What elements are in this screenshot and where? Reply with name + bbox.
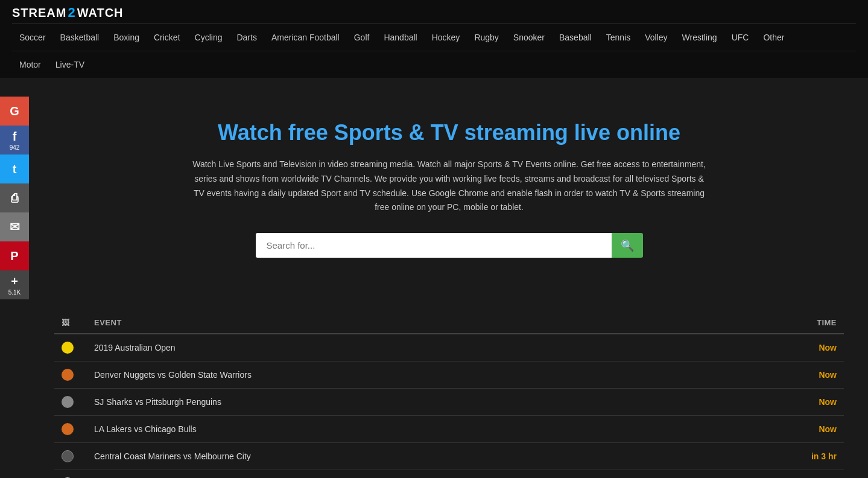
image-icon: 🖼 xyxy=(62,318,70,327)
col-icon-header: 🖼 xyxy=(54,312,87,334)
event-name: 2019 Abu Dhabi Golf Championship xyxy=(87,470,702,478)
nav-item-ufc[interactable]: UFC xyxy=(724,24,756,51)
event-name: Denver Nuggets vs Golden State Warriors xyxy=(87,362,702,389)
event-icon xyxy=(62,369,74,381)
social-print-btn[interactable]: ⎙ xyxy=(0,183,29,212)
events-tbody: 2019 Australian OpenNowDenver Nuggets vs… xyxy=(54,334,844,478)
social-twitter-btn[interactable]: t xyxy=(0,155,29,183)
table-row[interactable]: Central Coast Mariners vs Melbourne City… xyxy=(54,443,844,470)
nav-item-american-football[interactable]: American Football xyxy=(264,24,347,51)
logo-icon: 2 xyxy=(68,5,75,20)
search-container: 🔍 xyxy=(66,233,832,258)
nav-item-golf[interactable]: Golf xyxy=(347,24,377,51)
print-icon: ⎙ xyxy=(11,191,18,205)
event-icon-cell xyxy=(54,416,87,443)
event-icon-cell xyxy=(54,389,87,416)
social-add-btn[interactable]: + 5.1K xyxy=(0,270,29,299)
hero-title: Watch free Sports & TV streaming live on… xyxy=(66,120,832,145)
event-icon-cell xyxy=(54,470,87,478)
nav-item-live-tv[interactable]: Live-TV xyxy=(48,51,92,78)
nav-secondary: MotorLive-TV xyxy=(12,51,856,78)
event-name: 2019 Australian Open xyxy=(87,334,702,362)
table-row[interactable]: 2019 Abu Dhabi Golf Championshipin 4 hr xyxy=(54,470,844,478)
logo[interactable]: STREAM2WATCH xyxy=(12,5,124,21)
search-input[interactable] xyxy=(256,233,612,258)
event-time: Now xyxy=(702,334,844,362)
event-icon xyxy=(62,396,74,408)
event-icon xyxy=(62,450,74,462)
table-row[interactable]: 2019 Australian OpenNow xyxy=(54,334,844,362)
logo-watch: WATCH xyxy=(77,6,124,19)
event-time: Now xyxy=(702,362,844,389)
twitter-icon: t xyxy=(13,162,17,176)
event-time: in 4 hr xyxy=(702,470,844,478)
event-icon-cell xyxy=(54,362,87,389)
event-icon-cell xyxy=(54,334,87,362)
nav-item-soccer[interactable]: Soccer xyxy=(12,24,53,51)
event-icon-cell xyxy=(54,443,87,470)
event-time: Now xyxy=(702,389,844,416)
event-icon xyxy=(62,423,74,435)
table-row[interactable]: Denver Nuggets vs Golden State WarriorsN… xyxy=(54,362,844,389)
nav-item-basketball[interactable]: Basketball xyxy=(53,24,107,51)
col-time-header: TIME xyxy=(702,312,844,334)
nav-item-wrestling[interactable]: Wrestling xyxy=(675,24,724,51)
table-row[interactable]: SJ Sharks vs Pittsburgh PenguinsNow xyxy=(54,389,844,416)
event-time: in 3 hr xyxy=(702,443,844,470)
social-email-btn[interactable]: ✉ xyxy=(0,212,29,241)
nav-item-hockey[interactable]: Hockey xyxy=(425,24,467,51)
event-icon xyxy=(62,342,74,354)
nav-item-other[interactable]: Other xyxy=(756,24,791,51)
nav-item-darts[interactable]: Darts xyxy=(229,24,264,51)
hero-description: Watch Live Sports and Television in vide… xyxy=(190,158,709,215)
nav-item-rugby[interactable]: Rugby xyxy=(467,24,505,51)
nav-item-boxing[interactable]: Boxing xyxy=(106,24,147,51)
col-event-header: EVENT xyxy=(87,312,702,334)
event-name: Central Coast Mariners vs Melbourne City xyxy=(87,443,702,470)
logo-stream: STREAM xyxy=(12,6,66,19)
social-pinterest-btn[interactable]: P xyxy=(0,241,29,270)
email-icon: ✉ xyxy=(10,220,20,234)
pinterest-icon: P xyxy=(10,249,18,263)
facebook-icon: f xyxy=(13,130,17,144)
nav-item-baseball[interactable]: Baseball xyxy=(552,24,599,51)
nav-item-cycling[interactable]: Cycling xyxy=(188,24,230,51)
nav-item-handball[interactable]: Handball xyxy=(376,24,424,51)
nav-item-cricket[interactable]: Cricket xyxy=(147,24,188,51)
table-row[interactable]: LA Lakers vs Chicago BullsNow xyxy=(54,416,844,443)
social-facebook-btn[interactable]: f 942 xyxy=(0,126,29,155)
nav-primary: SoccerBasketballBoxingCricketCyclingDart… xyxy=(12,24,856,51)
event-name: SJ Sharks vs Pittsburgh Penguins xyxy=(87,389,702,416)
nav-item-snooker[interactable]: Snooker xyxy=(506,24,552,51)
social-google-btn[interactable]: G xyxy=(0,97,29,126)
events-table-header: 🖼 EVENT TIME xyxy=(54,312,844,334)
header: STREAM2WATCH SoccerBasketballBoxingCrick… xyxy=(0,0,868,78)
logo-text: STREAM2WATCH xyxy=(12,6,124,19)
nav-item-motor[interactable]: Motor xyxy=(12,51,48,78)
facebook-count: 942 xyxy=(10,144,20,151)
event-name: LA Lakers vs Chicago Bulls xyxy=(87,416,702,443)
logo-bar: STREAM2WATCH xyxy=(12,0,856,24)
nav-item-volley[interactable]: Volley xyxy=(638,24,674,51)
event-time: Now xyxy=(702,416,844,443)
nav-item-tennis[interactable]: Tennis xyxy=(599,24,638,51)
events-section: 🖼 EVENT TIME 2019 Australian OpenNowDenv… xyxy=(54,312,844,478)
google-icon: G xyxy=(10,104,19,118)
add-icon: + xyxy=(11,275,18,288)
search-button[interactable]: 🔍 xyxy=(612,233,643,258)
hero-section: Watch free Sports & TV streaming live on… xyxy=(54,96,844,300)
main-content: Watch free Sports & TV streaming live on… xyxy=(30,78,868,478)
search-icon: 🔍 xyxy=(621,239,634,252)
add-count: 5.1K xyxy=(8,289,21,296)
social-sidebar: G f 942 t ⎙ ✉ P + 5.1K xyxy=(0,97,29,299)
events-table: 🖼 EVENT TIME 2019 Australian OpenNowDenv… xyxy=(54,312,844,478)
